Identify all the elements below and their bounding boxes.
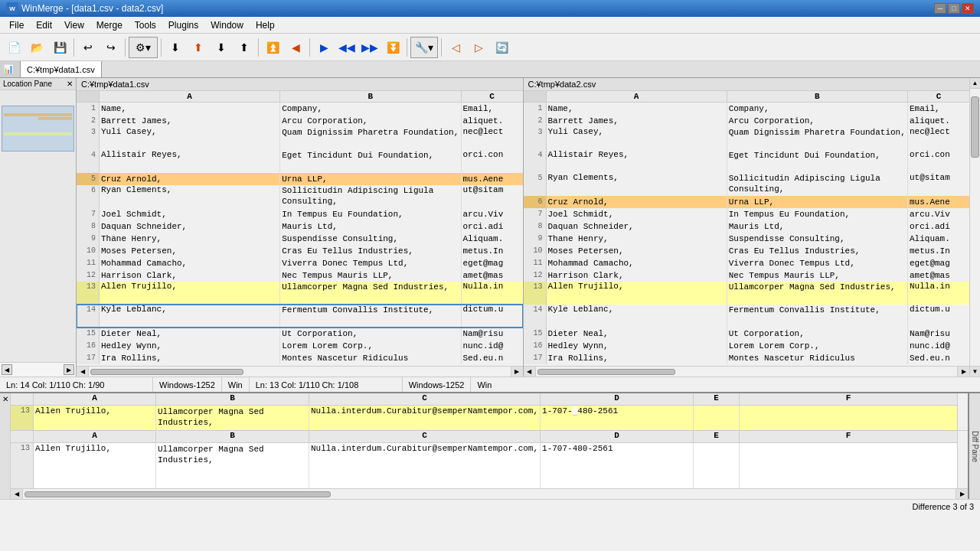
cell-a: Kyle Leblanc, — [100, 305, 280, 328]
left-hscroll[interactable]: ◀ ▶ — [77, 366, 523, 377]
toolbar-prev-diff[interactable]: ◀ — [285, 37, 306, 58]
table-row: 12 Harrison Clark, Nec Tempus Mauris LLP… — [77, 269, 523, 282]
toolbar-left-arrow[interactable]: ◁ — [445, 37, 466, 58]
toolbar-options[interactable]: ⚙▾ — [129, 37, 158, 58]
right-data-area: 1 Name, Company, Email, 2 Barrett James,… — [524, 103, 970, 366]
diff-scroll-left[interactable]: ◀ — [11, 489, 23, 500]
toolbar-undo[interactable]: ↩ — [77, 37, 99, 58]
table-row: 13 Allen Trujillo, Ullamcorper Magna Sed… — [524, 282, 970, 305]
location-pane-nav: ◀ ▶ — [0, 362, 76, 377]
scroll-down-btn[interactable]: ▼ — [970, 366, 980, 377]
toolbar-tools[interactable]: 🔧▾ — [410, 37, 438, 58]
toolbar-new[interactable]: 📄 — [3, 37, 24, 58]
cell-c: Nulla.in — [908, 282, 969, 305]
toolbar-right-arrow[interactable]: ▷ — [468, 37, 489, 58]
diff-scroll-right[interactable]: ▶ — [956, 489, 968, 500]
toolbar-next-diff[interactable]: ▶ — [313, 37, 335, 58]
right-vscroll[interactable]: ▲ ▼ — [969, 78, 980, 377]
scroll-up-btn[interactable]: ▲ — [970, 78, 980, 89]
diff-hscroll[interactable]: ◀ ▶ — [11, 488, 968, 499]
table-row: 1 Name, Company, Email, — [524, 103, 970, 115]
table-row: 15 Dieter Neal, Ut Corporation, Nam@risu — [524, 328, 970, 340]
menu-edit[interactable]: Edit — [30, 18, 58, 32]
left-encoding-text: Windows-1252 — [159, 380, 215, 390]
line-number: 2 — [524, 115, 547, 127]
menu-plugins[interactable]: Plugins — [162, 18, 204, 32]
toolbar-copy-left[interactable]: ⬆ — [234, 37, 255, 58]
diff-vscroll-bottom[interactable] — [957, 431, 968, 488]
diff-col-header-a: A — [34, 393, 156, 406]
toolbar-prev2[interactable]: ◀◀ — [336, 37, 358, 58]
titlebar-controls[interactable]: ─ □ ✕ — [934, 3, 974, 14]
diff-bottom-col-f: F — [740, 431, 957, 488]
diff-vscroll-top[interactable] — [957, 393, 968, 430]
diff-col2-header-a: A — [34, 431, 156, 443]
cell-c: orci.adi — [908, 220, 969, 233]
toolbar-sep5 — [309, 38, 310, 57]
toolbar-open[interactable]: 📂 — [26, 37, 47, 58]
menu-file[interactable]: File — [3, 18, 30, 32]
toolbar-save[interactable]: 💾 — [49, 37, 70, 58]
cell-b: Lorem Lorem Corp., — [727, 340, 908, 352]
left-status-eol: Win — [222, 377, 250, 392]
loc-prev-btn[interactable]: ◀ — [2, 364, 12, 375]
loc-next-btn[interactable]: ▶ — [64, 364, 74, 375]
line-number: 2 — [77, 115, 100, 127]
left-col-a: A — [100, 91, 280, 102]
close-button[interactable]: ✕ — [962, 3, 974, 14]
minimize-button[interactable]: ─ — [934, 3, 946, 14]
menu-view[interactable]: View — [58, 18, 90, 32]
scroll-right-btn[interactable]: ▶ — [511, 367, 523, 377]
toolbar-copy-right[interactable]: ⬇ — [211, 37, 232, 58]
diff-top-col-f: F — [740, 393, 957, 430]
cell-a: Harrison Clark, — [547, 269, 727, 282]
toolbar-refresh[interactable]: 🔄 — [491, 37, 512, 58]
line-number: 12 — [77, 269, 100, 282]
toolbar: 📄 📂 💾 ↩ ↪ ⚙▾ ⬇ ⬆ ⬇ ⬆ ⏫ ◀ ▶ ◀◀ ▶▶ ⏬ 🔧▾ ◁ … — [0, 34, 980, 61]
table-row: 9 Thane Henry, Suspendisse Consulting, A… — [524, 233, 970, 245]
app-icon: W — [6, 2, 18, 15]
tab-file[interactable]: C:¥tmp¥data1.csv — [21, 61, 102, 77]
toolbar-redo[interactable]: ↪ — [100, 37, 122, 58]
menu-window[interactable]: Window — [204, 18, 250, 32]
cell-a: Harrison Clark, — [100, 269, 280, 282]
scroll-left-btn[interactable]: ◀ — [77, 367, 89, 377]
toolbar-first-diff[interactable]: ⏫ — [262, 37, 283, 58]
location-pane-close-btn[interactable]: ✕ — [67, 80, 73, 88]
cell-c: aliquet. — [462, 115, 523, 127]
scroll-thumb[interactable] — [90, 369, 243, 375]
right-status-eol: Win — [471, 377, 498, 392]
diff-bottom-col-b: B Ullamcorper Magna Sed Industries, — [156, 431, 309, 488]
right-file-pane: C:¥tmp¥data2.csv A B C 1 Name, Company, … — [524, 78, 970, 377]
toolbar-copy-up[interactable]: ⬆ — [188, 37, 209, 58]
cell-a: Thane Henry, — [100, 233, 280, 245]
toolbar-copy-down[interactable]: ⬇ — [165, 37, 186, 58]
diff-scroll-thumb[interactable] — [24, 491, 331, 497]
diff-col2-header-c: C — [309, 431, 541, 443]
right-status-pos: Ln: 13 Col: 1/110 Ch: 1/108 — [250, 377, 403, 392]
line-number: 4 — [524, 150, 547, 173]
cell-c: amet@mas — [462, 269, 523, 282]
cell-c: ut@sitam — [462, 185, 523, 208]
table-row: 15 Dieter Neal, Ut Corporation, Nam@risu — [77, 328, 523, 340]
cell-c: arcu.Viv — [908, 208, 969, 220]
menu-tools[interactable]: Tools — [129, 18, 162, 32]
cell-c: Aliquam. — [462, 233, 523, 245]
titlebar-title: W WinMerge - [data1.csv - data2.csv] — [6, 2, 163, 15]
scroll-right-btn[interactable]: ▶ — [957, 367, 969, 377]
scroll-left-btn[interactable]: ◀ — [524, 367, 536, 377]
toolbar-next2[interactable]: ▶▶ — [359, 37, 381, 58]
right-hscroll[interactable]: ◀ ▶ — [524, 366, 970, 377]
diff-pane-close[interactable]: ✕ — [0, 393, 11, 499]
cell-b: Fermentum Convallis Institute, — [280, 305, 461, 328]
right-pane-header: C:¥tmp¥data2.csv — [524, 78, 970, 91]
menu-merge[interactable]: Merge — [90, 18, 129, 32]
tab-filename: C:¥tmp¥data1.csv — [27, 65, 95, 74]
scroll-thumb[interactable] — [537, 369, 675, 375]
maximize-button[interactable]: □ — [948, 3, 960, 14]
diff-top-linenum: 13 — [11, 406, 34, 430]
table-row: 7 Joel Schmidt, In Tempus Eu Foundation,… — [77, 208, 523, 220]
toolbar-last-diff[interactable]: ⏬ — [382, 37, 403, 58]
vscroll-thumb[interactable] — [971, 96, 979, 158]
menu-help[interactable]: Help — [250, 18, 281, 32]
